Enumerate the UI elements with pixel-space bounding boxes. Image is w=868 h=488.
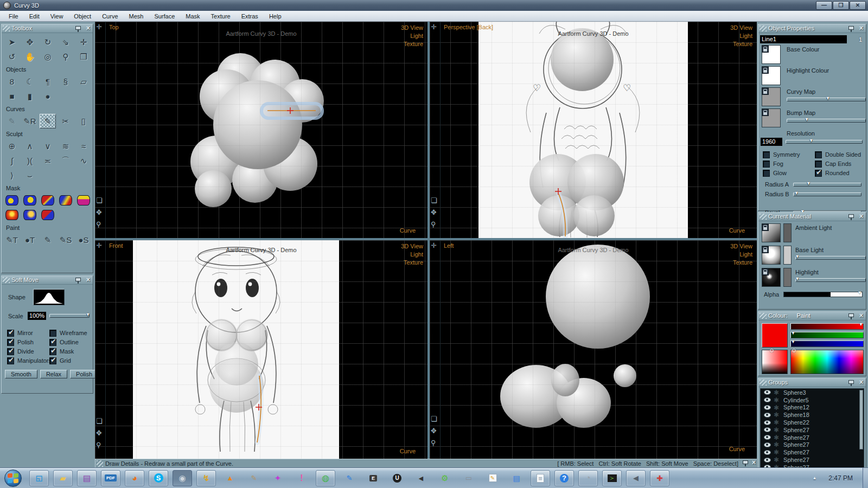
frame-object-icon[interactable]: ❏: [431, 415, 437, 423]
steam-icon[interactable]: ◉: [173, 470, 192, 486]
viewport-canvas-left[interactable]: [430, 240, 757, 459]
art-app-icon[interactable]: ✦: [268, 470, 288, 486]
s-curve-primitive[interactable]: §: [58, 74, 74, 89]
close-icon[interactable]: ×: [859, 312, 863, 320]
alpha-slider[interactable]: [783, 292, 863, 297]
group-star-icon[interactable]: ✱: [774, 456, 779, 464]
winrar-icon[interactable]: ▤: [77, 470, 97, 486]
slider[interactable]: [793, 183, 861, 187]
group-star-icon[interactable]: ✱: [774, 396, 779, 404]
move-tool[interactable]: ✥: [22, 35, 38, 49]
checkbox-row[interactable]: Symmetry: [763, 150, 815, 159]
show-desktop-button[interactable]: [863, 468, 868, 488]
group-star-icon[interactable]: ✱: [774, 419, 779, 426]
volume-icon[interactable]: ◀: [626, 470, 646, 486]
paint-pen-s-tool[interactable]: ✎S: [58, 233, 74, 247]
blob-primitive[interactable]: 8: [4, 74, 20, 89]
close-icon[interactable]: ×: [86, 24, 90, 33]
checkbox-row[interactable]: Double Sided: [815, 150, 868, 159]
page-tool[interactable]: ❐: [75, 49, 92, 64]
zoom-icon[interactable]: ⚲: [96, 441, 103, 449]
paint-dot-s-tool[interactable]: ●S: [75, 233, 92, 247]
wave-tool[interactable]: ∿: [75, 153, 92, 168]
inflate-tool[interactable]: ≋: [58, 139, 74, 153]
visibility-eye-icon[interactable]: [764, 390, 771, 395]
property-slider-row[interactable]: Radius B: [765, 191, 861, 197]
visibility-eye-icon[interactable]: [764, 442, 771, 447]
menu-item[interactable]: Help: [264, 12, 287, 21]
group-row[interactable]: ✱Sphere27: [761, 441, 864, 449]
visibility-eye-icon[interactable]: [764, 405, 771, 410]
viewport-name-top[interactable]: Top: [109, 24, 119, 30]
green-channel-slider[interactable]: [790, 332, 864, 338]
pan-tool[interactable]: ✋: [22, 49, 38, 64]
visibility-eye-icon[interactable]: [764, 427, 771, 432]
lock-icon[interactable]: [762, 246, 769, 253]
firefox-icon[interactable]: ◕: [125, 470, 144, 486]
pin-icon[interactable]: [75, 278, 81, 283]
group-row[interactable]: ✱Sphere27: [761, 434, 864, 441]
scale-tool[interactable]: ⇘: [58, 35, 74, 49]
zoom-icon[interactable]: ⚲: [431, 220, 437, 228]
texture-link[interactable]: Texture: [730, 259, 752, 267]
checkbox-row[interactable]: Rounded: [815, 169, 868, 177]
curve-measure-tool[interactable]: ▯: [75, 114, 92, 129]
group-star-icon[interactable]: ✱: [774, 404, 779, 412]
frame-object-icon[interactable]: ❏: [96, 417, 103, 425]
orbit-icon[interactable]: ✥: [96, 429, 103, 437]
ti-connect-icon[interactable]: ✚: [650, 470, 669, 486]
highlight-colour-row[interactable]: Highlight Colour: [762, 66, 866, 86]
menu-item[interactable]: Surface: [149, 12, 180, 21]
dome-tool[interactable]: ⌒: [58, 153, 74, 168]
wallet-icon[interactable]: ▭: [459, 470, 478, 486]
pin-icon[interactable]: [848, 380, 854, 386]
mask-style-5[interactable]: [75, 193, 92, 208]
pdf-reader-icon[interactable]: PDF: [101, 470, 120, 486]
menu-item[interactable]: Texture: [206, 12, 236, 21]
curve-add-tool[interactable]: ✎: [4, 114, 20, 129]
checkbox-row[interactable]: Mirror: [7, 329, 49, 337]
select-tool[interactable]: ➤: [4, 35, 20, 49]
viewport-canvas-front[interactable]: [95, 240, 427, 459]
viewport-dock-handle[interactable]: ✛: [431, 23, 437, 31]
scale-slider[interactable]: [49, 314, 90, 318]
mask-style-2[interactable]: [22, 193, 38, 208]
blob-brush-tool[interactable]: ∫: [4, 153, 20, 168]
group-row[interactable]: ✱Sphere27: [761, 426, 864, 434]
pinch-tool[interactable]: )(: [22, 153, 38, 168]
scale-value[interactable]: 100%: [28, 312, 46, 320]
checkbox-row[interactable]: Glow: [763, 169, 815, 177]
paint-pen-t-tool[interactable]: ✎T: [4, 233, 20, 247]
panel-grip[interactable]: [760, 25, 767, 31]
menu-item[interactable]: Mask: [180, 12, 205, 21]
slide-tool[interactable]: ⟩: [4, 168, 20, 183]
menu-item[interactable]: Mesh: [124, 12, 149, 21]
shape-preview[interactable]: [33, 289, 65, 305]
lock-icon[interactable]: [762, 67, 769, 74]
flatten-tool[interactable]: ≍: [40, 153, 56, 168]
explorer-icon[interactable]: ▰: [53, 470, 73, 486]
current-colour-swatch[interactable]: [762, 323, 788, 348]
groups-scrollbar[interactable]: [859, 390, 863, 450]
notepad-icon[interactable]: ≡: [531, 470, 550, 486]
group-row[interactable]: ✱Sphere22: [761, 419, 864, 426]
curve-link[interactable]: Curve: [729, 446, 745, 452]
ambient-swatch[interactable]: [762, 223, 781, 242]
mask-style-8[interactable]: [40, 208, 56, 222]
checkbox-row[interactable]: Wireframe: [49, 329, 87, 337]
relax-button[interactable]: Relax: [40, 370, 67, 378]
alert-icon[interactable]: !: [292, 470, 311, 486]
group-star-icon[interactable]: ✱: [774, 389, 779, 396]
curve-redraw-tool[interactable]: ✎R: [22, 114, 38, 129]
viewport-perspective[interactable]: ♡ ♡ ✛ Perspective [Back] 3D View Light T…: [430, 22, 757, 238]
skype-icon[interactable]: S: [149, 470, 168, 486]
checkbox-row[interactable]: Grid: [49, 356, 87, 365]
visibility-eye-icon[interactable]: [764, 413, 771, 418]
menu-item[interactable]: Curve: [97, 12, 123, 21]
pull-up-tool[interactable]: ∧: [22, 139, 38, 153]
transform-tool[interactable]: ✛: [75, 35, 92, 49]
frame-object-icon[interactable]: ❏: [96, 196, 103, 204]
restore-button[interactable]: ❐: [833, 1, 849, 10]
relax-brush-tool[interactable]: ⌣: [22, 168, 38, 183]
menu-item[interactable]: View: [45, 12, 69, 21]
